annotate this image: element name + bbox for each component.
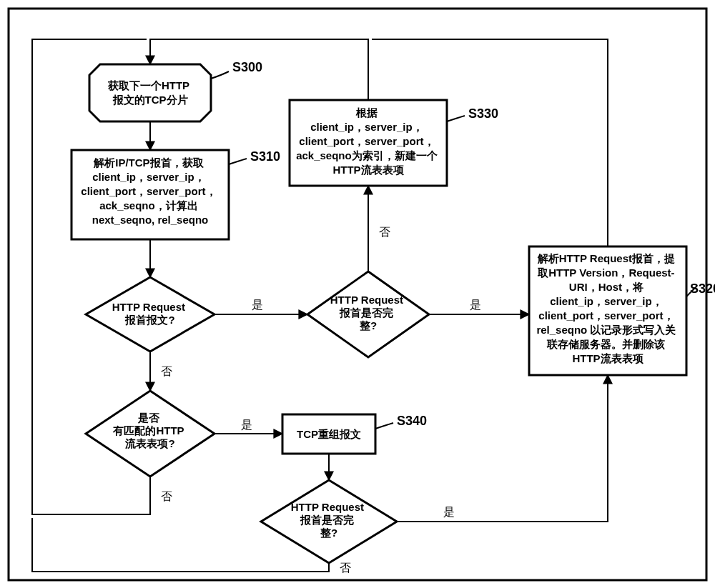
svg-text:TCP重组报文: TCP重组报文 xyxy=(297,428,361,440)
s330-line0: 根据 xyxy=(355,106,378,119)
d3-line0: 是否 xyxy=(137,412,160,424)
node-s340: TCP重组报文 S340 xyxy=(282,414,427,454)
node-s330: 根据 client_ip，server_ip， client_port，serv… xyxy=(290,100,498,186)
s300-line1: 报文的TCP分片 xyxy=(112,94,188,106)
s330-label: S330 xyxy=(468,106,498,121)
s310-line4: next_seqno, rel_seqno xyxy=(92,214,209,226)
s320-line0: 解析HTTP Request报首，提 xyxy=(537,252,675,264)
s320-line4: client_port，server_port， xyxy=(538,309,674,322)
decision-d1: HTTP Request 报首报文? xyxy=(86,277,214,352)
s340-label: S340 xyxy=(397,414,427,428)
s320-line1: 取HTTP Version，Request- xyxy=(537,266,674,279)
edge-d2-yes-label: 是 xyxy=(470,299,481,311)
s300-label: S300 xyxy=(232,60,262,74)
s310-line1: client_ip，server_ip， xyxy=(92,171,205,183)
s310-line3: ack_seqno，计算出 xyxy=(99,199,198,211)
edge-d4-yes-label: 是 xyxy=(443,506,455,518)
svg-marker-0 xyxy=(89,64,211,121)
d3-line1: 有匹配的HTTP xyxy=(112,424,184,437)
s330-line1: client_ip，server_ip， xyxy=(310,121,423,133)
s310-line2: client_port，server_port， xyxy=(81,185,216,197)
s330-line2: client_port，server_port， xyxy=(299,135,434,147)
edge-d4-s320 xyxy=(397,375,608,522)
edge-d4-no-label: 否 xyxy=(340,562,351,574)
node-s300: 获取下一个HTTP 报文的TCP分片 S300 xyxy=(89,60,262,121)
d2-line2: 整? xyxy=(359,319,377,332)
s330-line4: HTTP流表表项 xyxy=(332,164,404,176)
flowchart: 获取下一个HTTP 报文的TCP分片 S300 解析IP/TCP报首，获取 cl… xyxy=(0,0,715,588)
s320-line7: HTTP流表表项 xyxy=(572,352,644,364)
svg-text:解析IP/TCP报首，获取
      client_ip，: 解析IP/TCP报首，获取 client_ip，server_ip， clien… xyxy=(81,156,219,226)
s320-line2: URI，Host，将 xyxy=(569,281,644,293)
decision-d2: HTTP Request 报首是否完 整? xyxy=(307,271,429,357)
d3-line2: 流表表项? xyxy=(124,437,174,449)
edge-d1-yes-label: 是 xyxy=(252,299,263,311)
d4-line1: 报首是否完 xyxy=(300,514,354,526)
d1-line0: HTTP Request xyxy=(112,301,185,313)
s320-line5: rel_seqno 以记录形式写入关 xyxy=(536,324,676,336)
d2-line1: 报首是否完 xyxy=(339,307,393,319)
node-s320: 解析HTTP Request报首，提 取HTTP Version，Request… xyxy=(529,246,715,375)
node-s310: 解析IP/TCP报首，获取 client_ip，server_ip， clien… xyxy=(72,149,280,239)
d2-line0: HTTP Request xyxy=(330,294,403,306)
s330-line3: ack_seqno为索引，新建一个 xyxy=(296,149,438,161)
edge-d3-yes-label: 是 xyxy=(241,419,252,431)
s340-line0: TCP重组报文 xyxy=(297,428,361,440)
d1-line1: 报首报文? xyxy=(124,314,174,326)
edge-d2-no-label: 否 xyxy=(379,226,390,238)
edge-d3-no-label: 否 xyxy=(161,490,172,502)
s310-line0: 解析IP/TCP报首，获取 xyxy=(93,156,204,169)
d4-line0: HTTP Request xyxy=(291,501,364,513)
decision-d3: 是否 有匹配的HTTP 流表表项? xyxy=(86,391,214,477)
decision-d4: HTTP Request 报首是否完 整? xyxy=(261,480,397,563)
d4-line2: 整? xyxy=(320,527,337,539)
s310-label: S310 xyxy=(250,149,280,164)
edge-d1-no-label: 否 xyxy=(161,365,172,377)
s320-line6: 联存储服务器。并删除该 xyxy=(546,338,665,350)
s320-line3: client_ip，server_ip， xyxy=(550,295,663,307)
s300-line0: 获取下一个HTTP xyxy=(107,79,189,91)
